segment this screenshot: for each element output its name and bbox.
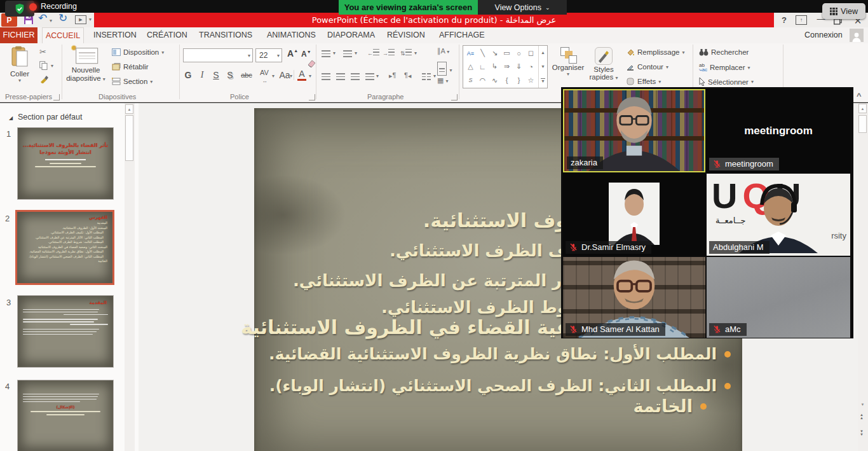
section-header[interactable]: Section par défaut <box>18 113 82 121</box>
justify-icon[interactable] <box>365 71 374 83</box>
character-spacing-button[interactable]: AV↔ <box>257 69 272 84</box>
video-tile-zakaria[interactable]: zakaria <box>563 89 705 172</box>
shape-outline-button[interactable]: Contour▾ <box>627 63 668 71</box>
tab-diaporama[interactable]: DIAPORAMA <box>327 27 375 43</box>
grow-font-button[interactable]: A▲ <box>287 48 298 59</box>
line-spacing-icon[interactable]: ⇅ <box>400 48 412 57</box>
collapse-ribbon-icon[interactable]: ^ <box>857 91 862 101</box>
numbering-dropdown-icon[interactable]: ▾ <box>355 50 357 56</box>
undo-dropdown-icon[interactable]: ▾ <box>50 18 52 24</box>
section-button[interactable]: Section▾ <box>112 78 153 85</box>
ltr-paragraph-icon[interactable]: ▶¶ <box>389 71 396 79</box>
tab-accueil[interactable]: ACCUEIL <box>42 27 84 43</box>
view-button[interactable]: View <box>822 3 865 19</box>
columns-icon[interactable] <box>422 71 431 83</box>
tab-fichier[interactable]: FICHIER <box>0 27 37 43</box>
thumbnail-scrollbar-thumb[interactable] <box>125 115 133 161</box>
paste-button[interactable]: Coller ▾ <box>4 46 36 88</box>
video-tile-abdulghani[interactable]: UQU جــامعــة rsity Abdulghani M <box>707 174 850 256</box>
decrease-indent-icon[interactable]: ← <box>367 48 379 57</box>
slide-1-thumbnail[interactable]: تأثر القضاء بالظروف الاستثنائية... انتشا… <box>17 127 114 200</box>
slide-text-line: عية القضاء في الظروف الاستثنائية <box>241 316 569 338</box>
copy-icon[interactable] <box>39 61 48 73</box>
section-collapse-icon[interactable]: ◢ <box>9 115 13 121</box>
clipboard-dialog-launcher-icon[interactable] <box>53 94 60 101</box>
italic-button[interactable]: I <box>196 70 208 80</box>
format-painter-icon[interactable] <box>39 74 48 86</box>
cut-icon[interactable]: ✂ <box>39 47 46 57</box>
ribbon-display-options-icon[interactable]: ↑ <box>796 15 807 25</box>
tab-insertion[interactable]: INSERTION <box>93 27 137 43</box>
text-direction-icon[interactable]: ∥A ▾ <box>437 47 449 55</box>
find-button[interactable]: Rechercher <box>699 48 749 56</box>
slide-3-thumbnail[interactable]: المقدمة <box>17 295 114 368</box>
customize-qat-icon[interactable]: ▾ <box>89 17 92 22</box>
video-tile-amc[interactable]: aMc <box>707 257 850 338</box>
undo-icon[interactable]: ↶ <box>38 13 47 23</box>
tab-transitions[interactable]: TRANSITIONS <box>199 27 252 43</box>
font-color-button[interactable]: A <box>297 69 306 81</box>
arrange-button[interactable]: Organiser ▾ <box>550 47 586 77</box>
tab-affichage[interactable]: AFFICHAGE <box>439 27 485 43</box>
next-slide-icon[interactable]: ▼▼ <box>860 430 864 436</box>
sign-in-link[interactable]: Connexion <box>804 27 843 43</box>
redo-icon[interactable]: ↻ <box>58 13 67 23</box>
shapes-gallery[interactable]: A≡╲↘▭○◻ △∟↳⇒⇓◔ S◠∿{}☆ ▲▼▼ <box>463 45 548 88</box>
slide-2-thumbnail-selected[interactable]: الفهرس المقدمة المبحث الأول: الظروف الاس… <box>15 210 114 285</box>
shape-fill-button[interactable]: Remplissage▾ <box>627 48 685 56</box>
character-spacing-dropdown-icon[interactable]: ▾ <box>272 73 275 79</box>
bullets-dropdown-icon[interactable]: ▾ <box>333 50 336 56</box>
replace-button[interactable]: ab⤷ac Remplacer▾ <box>699 63 750 72</box>
change-case-button[interactable]: Aa <box>278 70 291 80</box>
text-shadow-button[interactable]: S <box>224 70 236 80</box>
shrink-font-button[interactable]: A▼ <box>301 50 311 59</box>
columns-dropdown-icon[interactable]: ▾ <box>433 73 436 79</box>
quick-styles-button[interactable]: Styles rapides ▾ <box>587 47 620 82</box>
shape-effects-button[interactable]: Effets▾ <box>627 78 661 85</box>
align-text-icon[interactable]: ▾ <box>437 62 452 76</box>
change-case-dropdown-icon[interactable]: ▾ <box>290 73 292 79</box>
thumbnail-scroll-up-icon[interactable]: ▲ <box>125 104 133 114</box>
select-button[interactable]: Sélectionner▾ <box>699 78 754 86</box>
line-spacing-dropdown-icon[interactable]: ▾ <box>414 50 417 56</box>
underline-button[interactable]: S <box>210 70 222 80</box>
slide-scrollbar[interactable] <box>858 103 868 451</box>
slide-scroll-down-icon[interactable]: ▼ <box>858 399 867 409</box>
rtl-paragraph-icon[interactable]: ¶◀ <box>404 71 411 79</box>
increase-indent-icon[interactable]: → <box>383 48 395 57</box>
font-color-dropdown-icon[interactable]: ▾ <box>309 73 311 79</box>
view-options-button[interactable]: View Options⌄ <box>478 0 567 15</box>
previous-slide-icon[interactable]: ▲▲ <box>860 413 864 420</box>
font-size-combobox[interactable]: 22▾ <box>255 48 282 62</box>
convert-smartart-icon[interactable]: ▦ ▾ <box>437 76 448 85</box>
tab-animations[interactable]: ANIMATIONS <box>267 27 316 43</box>
reset-button[interactable]: Rétablir <box>112 63 149 71</box>
layout-button[interactable]: Disposition▾ <box>112 48 164 56</box>
slide-4-thumbnail[interactable]: (الإشكال) <box>17 380 114 451</box>
copy-dropdown-icon[interactable]: ▾ <box>51 63 53 69</box>
numbering-icon[interactable] <box>343 48 352 60</box>
tab-creation[interactable]: CRÉATION <box>147 27 187 43</box>
justify-dropdown-icon[interactable]: ▾ <box>376 73 379 79</box>
align-left-icon[interactable] <box>322 71 330 83</box>
start-slideshow-icon[interactable]: ▶ <box>75 15 86 24</box>
strikethrough-button[interactable]: abc <box>239 71 254 79</box>
clear-formatting-icon[interactable] <box>308 59 316 70</box>
account-avatar[interactable] <box>850 29 864 42</box>
bold-button[interactable]: G <box>182 70 194 80</box>
font-dialog-launcher-icon[interactable] <box>309 94 315 101</box>
video-tile-meetingroom[interactable]: meetingroom meetingroom <box>707 89 850 172</box>
bullets-icon[interactable] <box>322 48 330 60</box>
new-slide-button[interactable]: ✹ Nouvelle diapositive ▾ <box>65 46 107 88</box>
slide-scroll-up-icon[interactable]: ▲ <box>858 104 867 113</box>
font-name-combobox[interactable]: ▾ <box>183 48 253 62</box>
slide-scrollbar-thumb[interactable] <box>858 115 867 133</box>
video-tile-samer[interactable]: Mhd Samer Al Kattan <box>563 257 705 338</box>
help-icon[interactable]: ? <box>776 15 792 25</box>
tab-revision[interactable]: RÉVISION <box>387 27 425 43</box>
align-right-icon[interactable] <box>351 71 360 83</box>
video-tile-dr-samir[interactable]: Dr.Samir Elmasry <box>563 174 705 256</box>
paragraph-dialog-launcher-icon[interactable] <box>451 94 458 101</box>
shapes-scrollbar[interactable]: ▲▼▼ <box>538 46 547 88</box>
align-center-icon[interactable] <box>336 71 345 83</box>
